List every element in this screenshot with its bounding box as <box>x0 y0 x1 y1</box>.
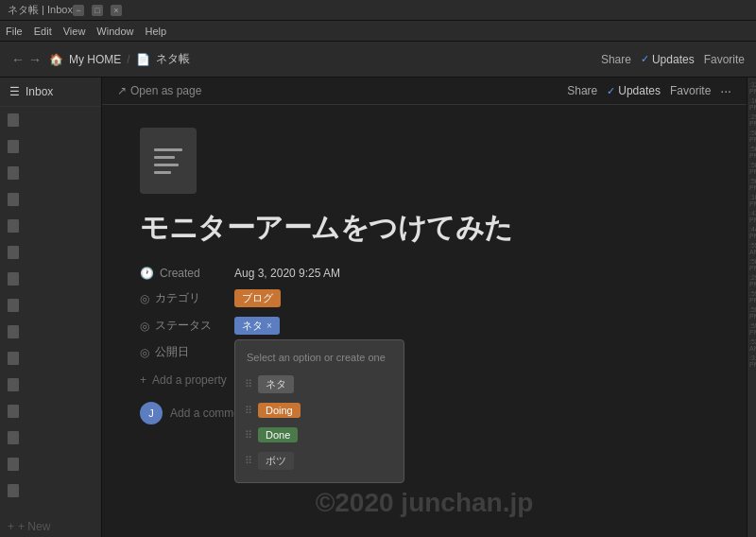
content-area: ↗ Open as page Share ✓ Updates Favorite … <box>102 78 747 537</box>
new-page-btn[interactable]: + + New <box>0 516 101 537</box>
more-options-btn[interactable]: ··· <box>720 83 731 98</box>
doc-icon <box>8 246 19 259</box>
menu-edit[interactable]: Edit <box>34 26 52 37</box>
updates-label: Updates <box>652 53 695 66</box>
status-tag[interactable]: ネタ × <box>234 317 280 335</box>
doc-icon <box>8 113 19 127</box>
time-item: :59 PM <box>749 322 754 336</box>
minimize-btn[interactable]: − <box>73 5 84 16</box>
favorite-inner-btn[interactable]: Favorite <box>670 84 711 97</box>
prop-created: 🕐 Created Aug 3, 2020 9:25 AM <box>140 267 709 280</box>
dropdown-input-row: ネタ × <box>234 317 280 335</box>
back-arrow[interactable]: ← <box>11 52 25 67</box>
dropdown-item-done[interactable]: ⠿ Done <box>235 423 404 447</box>
time-item: :10 PM <box>749 194 754 207</box>
page-icon <box>140 128 197 194</box>
add-property-label: Add a property <box>152 373 227 387</box>
sidebar-item[interactable] <box>0 292 101 319</box>
sidebar-item[interactable] <box>0 133 101 160</box>
doc-line <box>154 164 179 166</box>
drag-handle-icon: ⠿ <box>245 455 252 467</box>
prop-status: ◎ ステータス ネタ × Select an option or creat <box>140 317 709 335</box>
option-done[interactable]: Done <box>258 427 298 442</box>
topnav-actions: Share ✓ Updates Favorite <box>601 53 745 66</box>
sidebar-item[interactable] <box>0 186 101 213</box>
sidebar-item[interactable] <box>0 424 101 451</box>
forward-arrow[interactable]: → <box>28 52 42 67</box>
maximize-btn[interactable]: □ <box>92 5 103 16</box>
time-item: :59 PM <box>749 306 754 320</box>
share-inner-btn[interactable]: Share <box>567 84 597 97</box>
add-property-btn[interactable]: + Add a property <box>140 373 709 387</box>
breadcrumb-sep1: / <box>127 53 129 66</box>
sidebar-item[interactable] <box>0 239 101 266</box>
page-icon-small: 📄 <box>136 53 150 66</box>
sidebar-item[interactable] <box>0 398 101 424</box>
menu-file[interactable]: File <box>6 26 23 37</box>
sidebar-header: ☰ Inbox <box>0 78 101 107</box>
breadcrumb-home[interactable]: My HOME <box>69 53 121 66</box>
menu-view[interactable]: View <box>63 26 86 37</box>
sidebar-item[interactable] <box>0 372 101 398</box>
share-topnav-btn[interactable]: Share <box>601 53 631 66</box>
status-tag-close[interactable]: × <box>266 320 272 331</box>
window-controls[interactable]: − □ × <box>73 5 122 16</box>
close-btn[interactable]: × <box>111 5 122 16</box>
doc-icon <box>8 484 19 497</box>
titlebar: ネタ帳 | Inbox − □ × <box>0 0 756 21</box>
status-label-text: ステータス <box>155 318 212 334</box>
dropdown-item-neta[interactable]: ⠿ ネタ <box>235 371 404 398</box>
updates-topnav-btn[interactable]: ✓ Updates <box>641 53 695 66</box>
prop-publish-label: ◎ 公開日 <box>140 344 234 360</box>
doc-line <box>154 171 171 174</box>
doc-icon <box>8 193 19 206</box>
favorite-topnav-btn[interactable]: Favorite <box>704 53 745 66</box>
sidebar-item[interactable] <box>0 345 101 372</box>
sidebar-items <box>0 107 101 516</box>
option-botsu[interactable]: ボツ <box>258 452 294 470</box>
sidebar-item[interactable] <box>0 213 101 239</box>
calendar-icon: ◎ <box>140 346 149 359</box>
time-item: :58 PM <box>749 178 754 191</box>
sidebar-item[interactable] <box>0 160 101 186</box>
sidebar-item[interactable] <box>0 319 101 345</box>
plus-prop-icon: + <box>140 373 146 387</box>
inbox-icon: ☰ <box>9 85 20 98</box>
home-icon: 🏠 <box>49 53 63 66</box>
doc-icon <box>8 431 19 444</box>
breadcrumb-page[interactable]: ネタ帳 <box>156 51 190 67</box>
sidebar-item[interactable] <box>0 266 101 292</box>
inner-toolbar: ↗ Open as page Share ✓ Updates Favorite … <box>102 78 747 105</box>
updates-inner-btn[interactable]: ✓ Updates <box>607 84 661 97</box>
doc-icon <box>8 219 19 233</box>
doc-icon <box>8 272 19 286</box>
prop-category-label: ◎ カテゴリ <box>140 290 234 306</box>
menu-window[interactable]: Window <box>96 26 133 37</box>
doc-icon <box>8 299 19 312</box>
page-content: モニターアームをつけてみた 🕐 Created Aug 3, 2020 9:25… <box>102 105 747 447</box>
sidebar-title: Inbox <box>26 85 53 98</box>
sidebar-item[interactable] <box>0 107 101 133</box>
properties: 🕐 Created Aug 3, 2020 9:25 AM ◎ カテゴリ ブログ <box>140 267 709 387</box>
option-doing[interactable]: Doing <box>258 403 301 418</box>
category-tag[interactable]: ブログ <box>234 289 281 307</box>
time-item: :52 AM <box>749 338 754 352</box>
nav-arrows[interactable]: ← → <box>11 52 42 67</box>
status-value: ネタ × Select an option or create one ⠿ ネタ <box>234 317 280 335</box>
drag-handle-icon: ⠿ <box>245 378 252 390</box>
sidebar-item[interactable] <box>0 451 101 477</box>
page-title[interactable]: モニターアームをつけてみた <box>140 209 709 248</box>
time-item: :58 PM <box>749 162 754 175</box>
sidebar-item[interactable] <box>0 477 101 504</box>
doc-icon <box>8 325 19 338</box>
option-neta[interactable]: ネタ <box>258 375 294 393</box>
prop-status-label: ◎ ステータス <box>140 318 234 334</box>
publish-label-text: 公開日 <box>155 344 189 360</box>
open-as-page-btn[interactable]: ↗ Open as page <box>117 84 201 97</box>
menu-help[interactable]: Help <box>145 26 166 37</box>
dropdown-item-botsu[interactable]: ⠿ ボツ <box>235 447 404 475</box>
comment-area: J Add a comment... <box>140 402 709 424</box>
dropdown-item-doing[interactable]: ⠿ Doing <box>235 398 404 423</box>
topnav: ← → 🏠 My HOME / 📄 ネタ帳 Share ✓ Updates Fa… <box>0 42 756 78</box>
dropdown-hint: Select an option or create one <box>235 348 404 371</box>
